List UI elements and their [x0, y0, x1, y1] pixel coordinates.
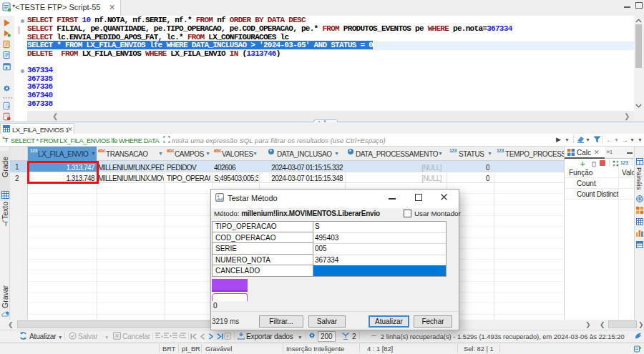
svg-text:T: T [4, 137, 9, 144]
svg-text:T: T [4, 220, 9, 227]
